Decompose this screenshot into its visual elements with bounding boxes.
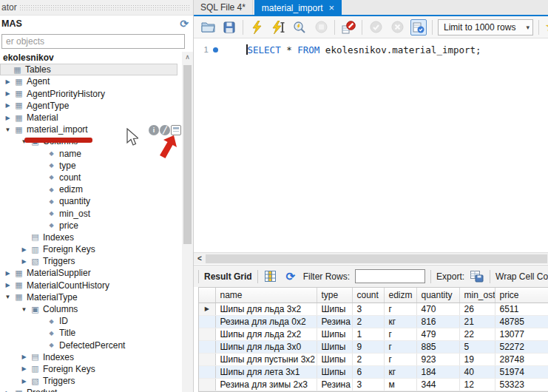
tab-close-icon[interactable]: × (329, 4, 335, 12)
grid-row[interactable]: ▶Шипы для льда 3x2Шипы3г470266511 (199, 303, 548, 315)
tree-item-foreign-keys[interactable]: ▶▥Foreign Keys (0, 363, 177, 375)
grid-cell[interactable]: г (384, 340, 416, 353)
tree-item-materialsupplier[interactable]: ▶▦MaterialSupplier (0, 267, 177, 279)
grid-cell[interactable]: 26 (459, 303, 495, 315)
save-snippet-icon[interactable]: ★ + (544, 19, 548, 36)
grid-cell[interactable]: Шипы для пустыни 3x2 (215, 353, 317, 365)
grid-column-header-quantity[interactable]: quantity (416, 288, 459, 303)
open-file-icon[interactable] (200, 19, 216, 36)
grid-cell[interactable]: г (384, 353, 416, 365)
grid-cell[interactable]: Шипы для льда 3x2 (215, 303, 317, 315)
grid-cell[interactable]: 22 (459, 328, 495, 340)
grid-column-header-name[interactable]: name (215, 288, 317, 303)
tree-item-indexes[interactable]: ▤Indexes (0, 232, 177, 243)
grid-cell[interactable]: Резина для льда 0x2 (215, 315, 317, 328)
expander-open-icon[interactable]: ▼ (19, 306, 29, 313)
grid-cell[interactable]: 51974 (495, 365, 548, 378)
grid-column-header-price[interactable]: price (495, 288, 548, 303)
grid-cell[interactable]: 21 (459, 315, 495, 328)
tree-item-count[interactable]: ◆count (0, 172, 177, 183)
tab-sql-file-4[interactable]: SQL File 4* (194, 0, 253, 15)
expander-open-icon[interactable]: ▼ (3, 126, 13, 133)
tree-item-agentpriorityhistory[interactable]: ▶▦AgentPriorityHistory (0, 88, 177, 100)
grid-cell[interactable]: 816 (416, 315, 459, 328)
grid-row[interactable]: Резина для льда 0x2Резина2кг8162148785 (199, 315, 548, 328)
expander-closed-icon[interactable]: ▶ (19, 365, 29, 372)
grid-cell[interactable]: 1 (352, 328, 384, 340)
grid-cell[interactable]: 53323 (495, 378, 548, 391)
expander-closed-icon[interactable]: ▶ (19, 246, 29, 253)
grid-cell[interactable]: кг (384, 365, 416, 378)
limit-rows-dropdown[interactable]: Limit to 1000 rows ▾ (438, 19, 533, 36)
grid-cell[interactable]: г (384, 303, 416, 315)
grid-cell[interactable]: 923 (416, 353, 459, 365)
scrollbar-up-icon[interactable]: ∧ (182, 52, 193, 63)
grid-cell[interactable]: 184 (416, 365, 459, 378)
scroll-left-icon[interactable]: < (194, 254, 206, 263)
grid-cell[interactable]: 28748 (495, 353, 548, 365)
expander-closed-icon[interactable]: ▶ (3, 115, 13, 121)
grid-cell[interactable]: 3 (352, 378, 384, 391)
tree-item-product[interactable]: ▶▦Product (0, 387, 177, 392)
tree-item-agenttype[interactable]: ▶▦AgentType (0, 100, 177, 112)
grid-cell[interactable]: 3 (352, 303, 384, 315)
grid-column-header-type[interactable]: type (317, 288, 352, 303)
autocommit-toggle-icon[interactable] (410, 19, 427, 36)
tree-item-indexes[interactable]: ▶▤Indexes (0, 351, 177, 363)
tree-item-ekolesnikov[interactable]: ekolesnikov (0, 52, 177, 64)
expander-closed-icon[interactable]: ▶ (3, 270, 13, 277)
sql-code-editor[interactable]: 1 SELECT * FROM ekolesnikov.material_imp… (194, 38, 548, 252)
grid-column-header-min_ost[interactable]: min_ost (459, 288, 495, 303)
tree-item-defectedpercent[interactable]: ◆DefectedPercent (0, 339, 177, 351)
tree-item-name[interactable]: ◆name (0, 148, 177, 160)
explain-plan-icon[interactable] (291, 19, 308, 36)
editor-horizontal-scrollbar[interactable]: < (194, 252, 548, 264)
tree-item-price[interactable]: ◆price (0, 220, 177, 232)
grid-cell[interactable]: 48785 (495, 315, 548, 328)
export-icon[interactable] (470, 269, 484, 284)
tree-item-material[interactable]: ▶▦Material (0, 112, 177, 124)
grid-row[interactable]: Шипы для льда 3x0Шипы9г885552272 (199, 340, 548, 353)
tab-material-import[interactable]: material_import × (254, 0, 342, 16)
grid-cell[interactable]: Резина (317, 315, 352, 328)
grid-cell[interactable]: 344 (416, 378, 459, 391)
grid-cell[interactable]: 479 (416, 328, 459, 340)
grid-cell[interactable]: Резина (317, 378, 352, 391)
grid-cell[interactable]: 885 (416, 340, 459, 353)
grid-cell[interactable]: Шипы (317, 328, 352, 340)
grid-cell[interactable]: 470 (416, 303, 459, 315)
execute-icon[interactable] (248, 19, 265, 36)
grid-cell[interactable]: 2 (352, 315, 384, 328)
grid-column-header-edizm[interactable]: edizm (384, 288, 416, 303)
tree-item-agent[interactable]: ▶▦Agent (0, 75, 177, 87)
tree-item-materialcounthistory[interactable]: ▶▦MaterialCountHistory (0, 280, 177, 291)
expander-closed-icon[interactable]: ▶ (19, 258, 29, 265)
tree-item-tables[interactable]: ▦Tables (0, 64, 177, 75)
stop-on-error-toggle-icon[interactable] (340, 19, 356, 36)
grid-cell[interactable]: Шипы (317, 365, 352, 378)
expander-closed-icon[interactable]: ▶ (3, 90, 13, 97)
expander-closed-icon[interactable]: ▶ (3, 102, 13, 109)
grid-row[interactable]: Шипы для лета 3x1Шипы6кг1844051974 (199, 365, 548, 378)
grid-cell[interactable]: кг (384, 315, 416, 328)
grid-cell[interactable]: 6511 (495, 303, 548, 315)
grid-cell[interactable]: 12 (459, 378, 495, 391)
scrollbar-thumb[interactable] (183, 65, 192, 244)
tree-item-id[interactable]: ◆ID (0, 315, 177, 327)
grid-row[interactable]: Шипы для льда 2x2Шипы1г4792213077 (199, 328, 548, 340)
tree-item-triggers[interactable]: ▶▧Triggers (0, 375, 177, 387)
tree-item-type[interactable]: ◆type (0, 160, 177, 172)
grid-cell[interactable]: Резина для зимы 2x3 (215, 378, 317, 391)
schema-filter-input[interactable] (1, 34, 185, 49)
refresh-icon[interactable]: ⟳ (283, 269, 298, 284)
grid-cell[interactable]: 9 (352, 340, 384, 353)
tree-item-quantity[interactable]: ◆quantity (0, 195, 177, 207)
expander-closed-icon[interactable]: ▶ (19, 354, 29, 360)
grid-cell[interactable]: 13077 (495, 328, 548, 340)
expander-closed-icon[interactable]: ▶ (3, 78, 13, 85)
grid-cell[interactable]: г (384, 328, 416, 340)
grid-cell[interactable]: Шипы (317, 303, 352, 315)
grid-view-icon[interactable] (263, 269, 278, 284)
grid-column-header-count[interactable]: count (352, 288, 384, 303)
tree-item-title[interactable]: ◆Title (0, 327, 177, 339)
